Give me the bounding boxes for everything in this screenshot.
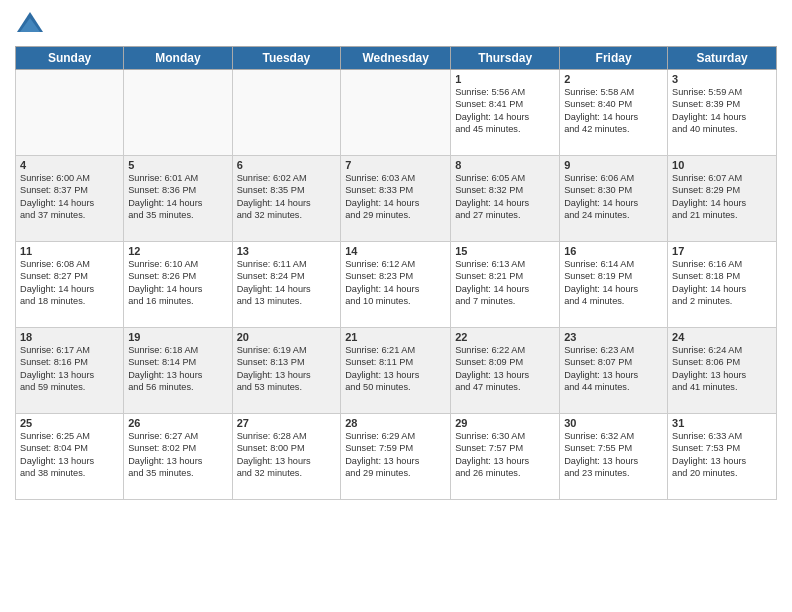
calendar-cell: 20Sunrise: 6:19 AMSunset: 8:13 PMDayligh… bbox=[232, 328, 341, 414]
calendar-cell bbox=[341, 70, 451, 156]
calendar-cell: 21Sunrise: 6:21 AMSunset: 8:11 PMDayligh… bbox=[341, 328, 451, 414]
calendar-cell bbox=[124, 70, 232, 156]
day-info: Sunrise: 6:06 AMSunset: 8:30 PMDaylight:… bbox=[564, 172, 663, 222]
day-info: Sunrise: 6:32 AMSunset: 7:55 PMDaylight:… bbox=[564, 430, 663, 480]
day-info: Sunrise: 6:19 AMSunset: 8:13 PMDaylight:… bbox=[237, 344, 337, 394]
day-header-tuesday: Tuesday bbox=[232, 47, 341, 70]
calendar-body: 1Sunrise: 5:56 AMSunset: 8:41 PMDaylight… bbox=[16, 70, 777, 500]
page: SundayMondayTuesdayWednesdayThursdayFrid… bbox=[0, 0, 792, 612]
week-row-2: 4Sunrise: 6:00 AMSunset: 8:37 PMDaylight… bbox=[16, 156, 777, 242]
day-header-thursday: Thursday bbox=[451, 47, 560, 70]
calendar-header: SundayMondayTuesdayWednesdayThursdayFrid… bbox=[16, 47, 777, 70]
header-row: SundayMondayTuesdayWednesdayThursdayFrid… bbox=[16, 47, 777, 70]
day-info: Sunrise: 6:07 AMSunset: 8:29 PMDaylight:… bbox=[672, 172, 772, 222]
week-row-5: 25Sunrise: 6:25 AMSunset: 8:04 PMDayligh… bbox=[16, 414, 777, 500]
day-info: Sunrise: 6:22 AMSunset: 8:09 PMDaylight:… bbox=[455, 344, 555, 394]
day-info: Sunrise: 6:13 AMSunset: 8:21 PMDaylight:… bbox=[455, 258, 555, 308]
calendar-cell: 19Sunrise: 6:18 AMSunset: 8:14 PMDayligh… bbox=[124, 328, 232, 414]
day-number: 13 bbox=[237, 245, 337, 257]
day-number: 4 bbox=[20, 159, 119, 171]
calendar-cell: 9Sunrise: 6:06 AMSunset: 8:30 PMDaylight… bbox=[560, 156, 668, 242]
day-info: Sunrise: 6:29 AMSunset: 7:59 PMDaylight:… bbox=[345, 430, 446, 480]
day-number: 25 bbox=[20, 417, 119, 429]
day-info: Sunrise: 6:00 AMSunset: 8:37 PMDaylight:… bbox=[20, 172, 119, 222]
day-number: 14 bbox=[345, 245, 446, 257]
calendar-cell: 23Sunrise: 6:23 AMSunset: 8:07 PMDayligh… bbox=[560, 328, 668, 414]
calendar-cell: 14Sunrise: 6:12 AMSunset: 8:23 PMDayligh… bbox=[341, 242, 451, 328]
day-info: Sunrise: 6:02 AMSunset: 8:35 PMDaylight:… bbox=[237, 172, 337, 222]
day-info: Sunrise: 6:05 AMSunset: 8:32 PMDaylight:… bbox=[455, 172, 555, 222]
calendar-cell: 10Sunrise: 6:07 AMSunset: 8:29 PMDayligh… bbox=[668, 156, 777, 242]
calendar-cell: 12Sunrise: 6:10 AMSunset: 8:26 PMDayligh… bbox=[124, 242, 232, 328]
calendar-cell bbox=[232, 70, 341, 156]
calendar-cell: 24Sunrise: 6:24 AMSunset: 8:06 PMDayligh… bbox=[668, 328, 777, 414]
day-number: 12 bbox=[128, 245, 227, 257]
day-number: 26 bbox=[128, 417, 227, 429]
day-number: 15 bbox=[455, 245, 555, 257]
day-number: 28 bbox=[345, 417, 446, 429]
day-header-friday: Friday bbox=[560, 47, 668, 70]
day-number: 8 bbox=[455, 159, 555, 171]
day-number: 23 bbox=[564, 331, 663, 343]
calendar-cell: 15Sunrise: 6:13 AMSunset: 8:21 PMDayligh… bbox=[451, 242, 560, 328]
day-info: Sunrise: 6:12 AMSunset: 8:23 PMDaylight:… bbox=[345, 258, 446, 308]
day-header-saturday: Saturday bbox=[668, 47, 777, 70]
day-info: Sunrise: 6:25 AMSunset: 8:04 PMDaylight:… bbox=[20, 430, 119, 480]
calendar-cell bbox=[16, 70, 124, 156]
day-info: Sunrise: 6:03 AMSunset: 8:33 PMDaylight:… bbox=[345, 172, 446, 222]
day-number: 29 bbox=[455, 417, 555, 429]
calendar-cell: 26Sunrise: 6:27 AMSunset: 8:02 PMDayligh… bbox=[124, 414, 232, 500]
calendar-cell: 28Sunrise: 6:29 AMSunset: 7:59 PMDayligh… bbox=[341, 414, 451, 500]
calendar-cell: 16Sunrise: 6:14 AMSunset: 8:19 PMDayligh… bbox=[560, 242, 668, 328]
day-info: Sunrise: 6:30 AMSunset: 7:57 PMDaylight:… bbox=[455, 430, 555, 480]
day-info: Sunrise: 6:18 AMSunset: 8:14 PMDaylight:… bbox=[128, 344, 227, 394]
week-row-3: 11Sunrise: 6:08 AMSunset: 8:27 PMDayligh… bbox=[16, 242, 777, 328]
day-info: Sunrise: 5:56 AMSunset: 8:41 PMDaylight:… bbox=[455, 86, 555, 136]
calendar-cell: 11Sunrise: 6:08 AMSunset: 8:27 PMDayligh… bbox=[16, 242, 124, 328]
day-number: 7 bbox=[345, 159, 446, 171]
calendar-cell: 17Sunrise: 6:16 AMSunset: 8:18 PMDayligh… bbox=[668, 242, 777, 328]
calendar-cell: 22Sunrise: 6:22 AMSunset: 8:09 PMDayligh… bbox=[451, 328, 560, 414]
day-info: Sunrise: 6:28 AMSunset: 8:00 PMDaylight:… bbox=[237, 430, 337, 480]
calendar-cell: 6Sunrise: 6:02 AMSunset: 8:35 PMDaylight… bbox=[232, 156, 341, 242]
calendar-cell: 29Sunrise: 6:30 AMSunset: 7:57 PMDayligh… bbox=[451, 414, 560, 500]
calendar-cell: 1Sunrise: 5:56 AMSunset: 8:41 PMDaylight… bbox=[451, 70, 560, 156]
day-number: 19 bbox=[128, 331, 227, 343]
day-number: 11 bbox=[20, 245, 119, 257]
day-number: 9 bbox=[564, 159, 663, 171]
day-number: 3 bbox=[672, 73, 772, 85]
day-number: 10 bbox=[672, 159, 772, 171]
day-number: 27 bbox=[237, 417, 337, 429]
day-number: 2 bbox=[564, 73, 663, 85]
week-row-1: 1Sunrise: 5:56 AMSunset: 8:41 PMDaylight… bbox=[16, 70, 777, 156]
day-number: 30 bbox=[564, 417, 663, 429]
day-info: Sunrise: 6:17 AMSunset: 8:16 PMDaylight:… bbox=[20, 344, 119, 394]
calendar-cell: 25Sunrise: 6:25 AMSunset: 8:04 PMDayligh… bbox=[16, 414, 124, 500]
day-header-sunday: Sunday bbox=[16, 47, 124, 70]
calendar-cell: 13Sunrise: 6:11 AMSunset: 8:24 PMDayligh… bbox=[232, 242, 341, 328]
day-number: 5 bbox=[128, 159, 227, 171]
calendar-cell: 31Sunrise: 6:33 AMSunset: 7:53 PMDayligh… bbox=[668, 414, 777, 500]
logo-icon bbox=[15, 10, 45, 40]
calendar: SundayMondayTuesdayWednesdayThursdayFrid… bbox=[15, 46, 777, 500]
day-number: 22 bbox=[455, 331, 555, 343]
day-info: Sunrise: 6:01 AMSunset: 8:36 PMDaylight:… bbox=[128, 172, 227, 222]
day-info: Sunrise: 6:33 AMSunset: 7:53 PMDaylight:… bbox=[672, 430, 772, 480]
day-number: 20 bbox=[237, 331, 337, 343]
day-info: Sunrise: 6:10 AMSunset: 8:26 PMDaylight:… bbox=[128, 258, 227, 308]
day-number: 21 bbox=[345, 331, 446, 343]
calendar-cell: 2Sunrise: 5:58 AMSunset: 8:40 PMDaylight… bbox=[560, 70, 668, 156]
logo bbox=[15, 10, 49, 40]
week-row-4: 18Sunrise: 6:17 AMSunset: 8:16 PMDayligh… bbox=[16, 328, 777, 414]
calendar-cell: 27Sunrise: 6:28 AMSunset: 8:00 PMDayligh… bbox=[232, 414, 341, 500]
day-number: 16 bbox=[564, 245, 663, 257]
calendar-cell: 4Sunrise: 6:00 AMSunset: 8:37 PMDaylight… bbox=[16, 156, 124, 242]
day-info: Sunrise: 6:16 AMSunset: 8:18 PMDaylight:… bbox=[672, 258, 772, 308]
day-info: Sunrise: 6:08 AMSunset: 8:27 PMDaylight:… bbox=[20, 258, 119, 308]
day-number: 24 bbox=[672, 331, 772, 343]
day-info: Sunrise: 5:58 AMSunset: 8:40 PMDaylight:… bbox=[564, 86, 663, 136]
day-info: Sunrise: 6:27 AMSunset: 8:02 PMDaylight:… bbox=[128, 430, 227, 480]
calendar-cell: 18Sunrise: 6:17 AMSunset: 8:16 PMDayligh… bbox=[16, 328, 124, 414]
day-header-wednesday: Wednesday bbox=[341, 47, 451, 70]
day-number: 1 bbox=[455, 73, 555, 85]
